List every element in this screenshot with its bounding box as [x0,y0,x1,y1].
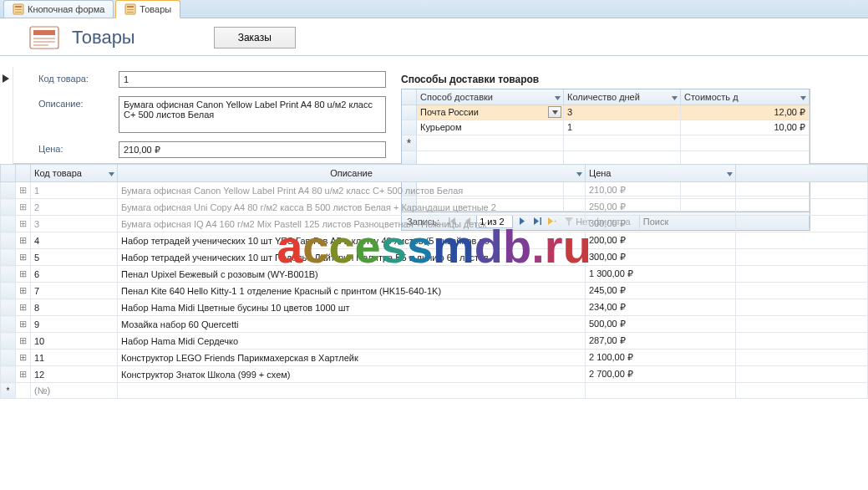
cell-price[interactable]: 234,00 ₽ [586,299,736,316]
cell-price[interactable]: 500,00 ₽ [586,316,736,333]
row-selector[interactable] [1,350,16,366]
delivery-row[interactable]: Курьером110,00 ₽ [402,120,810,135]
expand-toggle[interactable]: ⊞ [16,333,31,350]
input-price[interactable] [119,141,386,158]
col-cost[interactable]: Стоимость д [681,89,810,105]
cell-id[interactable]: 1 [31,182,118,199]
cell-desc[interactable]: Конструктор LEGO Friends Парикмахерская … [118,350,586,366]
row-selector[interactable] [402,120,417,135]
col-days[interactable]: Количество дней [564,89,681,105]
cell-days[interactable]: 1 [564,120,681,135]
table-row[interactable]: ⊞8Набор Hama Midi Цветные бусины 10 цвет… [1,299,868,316]
cell-cost[interactable]: 12,00 ₽ [681,105,810,120]
cell-price[interactable]: 2 100,00 ₽ [586,350,736,366]
col-method[interactable]: Способ доставки [417,89,564,105]
cell-price[interactable]: 1 300,00 ₽ [586,266,736,283]
select-all-handle[interactable] [1,165,16,182]
table-row[interactable]: ⊞10Набор Hama Midi Сердечко287,00 ₽ [1,333,868,350]
cell-id[interactable]: 5 [31,249,118,266]
chevron-down-icon[interactable] [109,168,114,178]
cell-desc[interactable]: Набор Hama Midi Сердечко [118,333,586,350]
cell-id[interactable]: 6 [31,266,118,283]
row-selector[interactable] [1,199,16,216]
col-desc[interactable]: Описание [118,165,586,182]
combo-dropdown[interactable] [548,106,561,118]
chevron-down-icon[interactable] [727,168,733,178]
row-selector[interactable] [1,182,16,199]
row-selector[interactable] [1,299,16,316]
row-selector[interactable] [1,316,16,333]
row-selector[interactable] [1,232,16,249]
input-code[interactable] [119,71,386,88]
table-row[interactable]: ⊞3Бумага офисная IQ A4 160 г/м2 Mix Past… [1,216,868,232]
table-row-new[interactable]: (№) [1,383,868,399]
tab-goods[interactable]: Товары [115,0,180,18]
table-row[interactable]: ⊞12Конструктор Знаток Школа (999 + схем)… [1,366,868,383]
cell-desc[interactable]: Бумага офисная IQ A4 160 г/м2 Mix Pastel… [118,216,586,232]
cell-desc[interactable]: Мозайка набор 60 Quercetti [118,316,586,333]
row-selector[interactable] [1,266,16,283]
cell-id[interactable]: 2 [31,199,118,216]
chevron-down-icon[interactable] [555,92,561,102]
cell-desc[interactable]: Набор тетрадей ученических 10 шт Подолье… [118,249,586,266]
expand-toggle[interactable]: ⊞ [16,249,31,266]
cell-desc[interactable]: Бумага офисная Canon Yellow Label Print … [118,182,586,199]
cell-id[interactable]: 9 [31,316,118,333]
input-desc[interactable]: Бумага офисная Canon Yellow Label Print … [119,96,386,133]
cell-id[interactable]: 4 [31,232,118,249]
expand-toggle[interactable]: ⊞ [16,199,31,216]
cell-desc[interactable]: Пенал Kite 640 Hello Kitty-1 1 отделение… [118,283,586,299]
chevron-down-icon[interactable] [672,92,678,102]
table-row[interactable]: ⊞6Пенал Upixel Бежевый с розовым (WY-B00… [1,266,868,283]
cell-desc[interactable]: Пенал Upixel Бежевый с розовым (WY-B001B… [118,266,586,283]
row-selector[interactable] [1,249,16,266]
chevron-down-icon[interactable] [576,168,582,178]
row-selector[interactable] [1,366,16,383]
row-selector[interactable] [402,105,417,120]
cell-desc[interactable]: Набор тетрадей ученических 10 шт YES Гав… [118,232,586,249]
expand-toggle[interactable]: ⊞ [16,216,31,232]
table-row[interactable]: ⊞9Мозайка набор 60 Quercetti500,00 ₽ [1,316,868,333]
cell-desc[interactable]: Конструктор Знаток Школа (999 + схем) [118,366,586,383]
cell-price[interactable]: 287,00 ₽ [586,333,736,350]
cell-id[interactable]: 8 [31,299,118,316]
row-selector[interactable] [1,283,16,299]
cell-price[interactable]: 300,00 ₽ [586,249,736,266]
cell-method[interactable]: Почта России [417,105,564,120]
tab-form[interactable]: Кнопочная форма [3,0,114,18]
cell-price[interactable]: 250,00 ₽ [586,199,736,216]
table-row[interactable]: ⊞5Набор тетрадей ученических 10 шт Подол… [1,249,868,266]
table-row[interactable]: ⊞7Пенал Kite 640 Hello Kitty-1 1 отделен… [1,283,868,299]
cell-id[interactable]: 11 [31,350,118,366]
cell-id[interactable]: 7 [31,283,118,299]
cell-price[interactable]: 245,00 ₽ [586,283,736,299]
expand-toggle[interactable]: ⊞ [16,182,31,199]
chevron-down-icon[interactable] [800,92,806,102]
delivery-row[interactable]: Почта России312,00 ₽ [402,105,810,120]
col-id[interactable]: Код товара [31,165,118,182]
table-row[interactable]: ⊞1Бумага офисная Canon Yellow Label Prin… [1,182,868,199]
cell-price[interactable]: 210,00 ₽ [586,182,736,199]
cell-desc[interactable]: Бумага офисная Uni Copy A4 80 г/м2 касса… [118,199,586,216]
expand-toggle[interactable]: ⊞ [16,366,31,383]
cell-price[interactable]: 300,00 ₽ [586,216,736,232]
row-selector[interactable] [402,135,417,151]
expand-toggle[interactable]: ⊞ [16,283,31,299]
table-row[interactable]: ⊞2Бумага офисная Uni Copy A4 80 г/м2 кас… [1,199,868,216]
select-all-handle[interactable] [402,89,417,105]
cell-method[interactable]: Курьером [417,120,564,135]
row-selector[interactable] [1,333,16,350]
row-selector[interactable] [1,383,16,399]
cell-cost[interactable]: 10,00 ₽ [681,120,810,135]
expand-toggle[interactable]: ⊞ [16,266,31,283]
expand-toggle[interactable]: ⊞ [16,232,31,249]
cell-days[interactable]: 3 [564,105,681,120]
cell-price[interactable]: 200,00 ₽ [586,232,736,249]
cell-price[interactable]: 2 700,00 ₽ [586,366,736,383]
expand-toggle[interactable]: ⊞ [16,350,31,366]
cell-id[interactable]: 10 [31,333,118,350]
delivery-row-new[interactable] [402,135,810,151]
col-extra[interactable] [736,165,868,182]
table-row[interactable]: ⊞4Набор тетрадей ученических 10 шт YES Г… [1,232,868,249]
cell-id[interactable]: 3 [31,216,118,232]
